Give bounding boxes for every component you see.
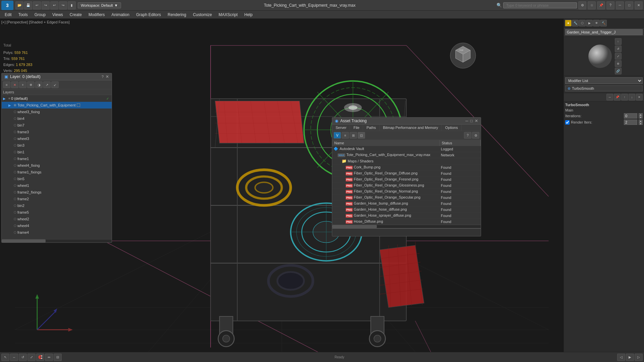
- asset-table-row[interactable]: PNGFiber_Optic_Reel_Orange_Normal.png Fo…: [332, 189, 481, 195]
- menu-maxscript[interactable]: MAXScript: [215, 12, 241, 18]
- asset-menu-options[interactable]: Options: [442, 125, 462, 131]
- asset-menu-bitmap[interactable]: Bitmap Performance and Memory: [379, 125, 442, 131]
- iterations-spin-up[interactable]: ▲: [639, 113, 643, 116]
- iterations-input[interactable]: [624, 113, 637, 119]
- menu-tools[interactable]: Tools: [15, 12, 31, 18]
- layer-row[interactable]: ⬡ bin3: [2, 142, 112, 149]
- asset-table-container[interactable]: Name Status 🔷Autodesk Vault Logged MAXTo…: [332, 140, 481, 225]
- layer-row[interactable]: ⬡ wheel2: [2, 216, 112, 222]
- layer-help-button[interactable]: ?: [102, 75, 104, 79]
- layer-row[interactable]: ⬡ bin7: [2, 122, 112, 129]
- undo-button[interactable]: ↩: [33, 1, 41, 9]
- bottom-move-btn[interactable]: ↔: [10, 354, 18, 361]
- asset-table-row[interactable]: PNGCork_Bump.png Found: [332, 164, 481, 170]
- layer-row[interactable]: ⬡ bin5: [2, 175, 112, 182]
- asset-table-row[interactable]: PNGFiber_Optic_Reel_Orange_Diffuse.png F…: [332, 170, 481, 176]
- layer-row[interactable]: ⬡ frame1_fixings: [2, 169, 112, 175]
- lt-icon-delete[interactable]: ✕: [11, 81, 18, 88]
- layer-close-button[interactable]: ✕: [106, 74, 109, 79]
- lt-icon-freeze[interactable]: ❄: [27, 81, 35, 88]
- maximize-button[interactable]: □: [625, 1, 633, 9]
- iterations-spin-down[interactable]: ▼: [639, 116, 643, 119]
- modifier-item-turbosmoooth[interactable]: ⚙ TurboSmooth: [565, 85, 643, 91]
- asset-table-row[interactable]: PNGHose_Diffuse.png Found: [332, 219, 481, 225]
- object-name-input[interactable]: [565, 29, 643, 35]
- asset-table-row[interactable]: 📁Maps / Shaders: [332, 158, 481, 164]
- layer-row[interactable]: ⬡ bin1: [2, 149, 112, 155]
- lt-icon-layers[interactable]: ≡: [3, 81, 10, 88]
- asset-table-row[interactable]: PNGGarden_Hose_hose_diffuse.png Found: [332, 207, 481, 213]
- menu-help[interactable]: Help: [241, 12, 256, 18]
- layer-row[interactable]: ⬡ bin2: [2, 202, 112, 209]
- move-down-icon[interactable]: ↓: [629, 94, 635, 100]
- layer-row[interactable]: ⬡ wheel1: [2, 182, 112, 189]
- move-up-icon[interactable]: ↑: [621, 94, 628, 100]
- bottom-select-btn[interactable]: ↖: [1, 354, 9, 361]
- modifier-list-dropdown[interactable]: Modifier List: [565, 77, 643, 84]
- layer-expand-tote[interactable]: ▶: [8, 103, 14, 107]
- at-btn-thumb[interactable]: ⊞: [350, 132, 357, 139]
- bookmark-button[interactable]: ☆: [588, 1, 596, 9]
- rp-icon-utilities[interactable]: 🔨: [600, 20, 607, 26]
- layer-row[interactable]: ⬡ frame2: [2, 196, 112, 202]
- search-options-button[interactable]: ⚙: [578, 1, 586, 9]
- layer-row[interactable]: ⬡ wheel4: [2, 222, 112, 229]
- cube-gizmo[interactable]: TOP: [450, 42, 476, 69]
- render-iters-spin-up[interactable]: ▲: [639, 120, 643, 122]
- asset-close-button[interactable]: ✕: [475, 119, 478, 123]
- layer-row[interactable]: ⬡ frame5: [2, 209, 112, 216]
- layer-row-default[interactable]: ▶ ≡ 0 (default) ✓: [2, 95, 112, 102]
- at-btn-vault[interactable]: V: [334, 132, 341, 139]
- layer-row[interactable]: ⬡ wheel3: [2, 135, 112, 142]
- nextframe-btn[interactable]: ▷: [635, 354, 643, 361]
- rp-icon-display[interactable]: 👁: [593, 20, 600, 26]
- layer-row[interactable]: ⬡ frame4: [2, 229, 112, 236]
- layer-row[interactable]: ⬡ bin4: [2, 115, 112, 122]
- pin-button[interactable]: 📌: [597, 1, 605, 9]
- rp-scale-btn[interactable]: ⤢: [615, 53, 622, 60]
- asset-menu-paths[interactable]: Paths: [363, 125, 379, 131]
- layer-row[interactable]: ⬡ wheel4_fixing: [2, 162, 112, 169]
- asset-path-input[interactable]: [332, 228, 481, 236]
- bottom-rotate-btn[interactable]: ↺: [19, 354, 27, 361]
- collapse-icon[interactable]: ─: [606, 94, 613, 100]
- pin-modifier-icon[interactable]: 📌: [614, 94, 621, 100]
- rp-move-btn[interactable]: ↑: [615, 38, 622, 45]
- bottom-align-btn[interactable]: ⊟: [54, 354, 62, 361]
- layer-row[interactable]: ⬡ frame3: [2, 129, 112, 135]
- asset-table-row[interactable]: PNGFiber_Optic_Reel_Orange_Glossiness.pn…: [332, 183, 481, 189]
- at-btn-list[interactable]: ≡: [342, 132, 349, 139]
- rp-icon-star[interactable]: ★: [565, 20, 572, 26]
- minimize-button[interactable]: ─: [616, 1, 624, 9]
- asset-table-row[interactable]: PNGFiber_Optic_Reel_Orange_Fresnel.png F…: [332, 176, 481, 183]
- bottom-scale-btn[interactable]: ⤢: [27, 354, 36, 361]
- viewport-toggle[interactable]: ▮: [68, 1, 76, 9]
- asset-table-row[interactable]: PNGGarden_Hose_sprayer_diffuse.png Found: [332, 213, 481, 219]
- lt-icon-arrow2[interactable]: ↙: [51, 81, 59, 88]
- at-btn-grid[interactable]: ⊡: [358, 132, 365, 139]
- bottom-mirror-btn[interactable]: ⇔: [45, 354, 53, 361]
- timeline-btn[interactable]: ◁: [617, 354, 625, 361]
- asset-table-row[interactable]: 🔷Autodesk Vault Logged: [332, 146, 481, 152]
- help-button[interactable]: ?: [606, 1, 614, 9]
- layer-row[interactable]: ⬡ wheel3_fixing: [2, 108, 112, 115]
- asset-menu-server[interactable]: Server: [332, 125, 350, 131]
- asset-scrollbar-h[interactable]: [332, 225, 481, 228]
- at-btn-help[interactable]: ?: [464, 132, 471, 139]
- asset-table-row[interactable]: PNGGarden_Hose_bump_diffuse.png Found: [332, 201, 481, 207]
- layer-scrollbar-h[interactable]: [2, 239, 112, 242]
- rp-icon-motion[interactable]: ▶: [586, 20, 593, 26]
- rp-icon-hierarchy[interactable]: ⬡: [579, 20, 586, 26]
- layer-expand-default[interactable]: ▶: [3, 97, 8, 100]
- layer-row[interactable]: ⬡ frame1: [2, 155, 112, 162]
- asset-menu-file[interactable]: File: [350, 125, 363, 131]
- menu-edit[interactable]: Edit: [1, 12, 15, 18]
- asset-minimize-button[interactable]: ─: [465, 119, 468, 123]
- at-btn-settings[interactable]: ⚙: [472, 132, 479, 139]
- lt-icon-add[interactable]: +: [19, 81, 26, 88]
- asset-table-row[interactable]: MAXTote_Picking_Cart_with_Equipment_max_…: [332, 152, 481, 158]
- lt-icon-hide[interactable]: ◑: [35, 81, 43, 88]
- menu-graph-editors[interactable]: Graph Editors: [133, 12, 164, 18]
- play-btn[interactable]: ▶: [626, 354, 634, 361]
- col-name-header[interactable]: Name: [332, 140, 440, 146]
